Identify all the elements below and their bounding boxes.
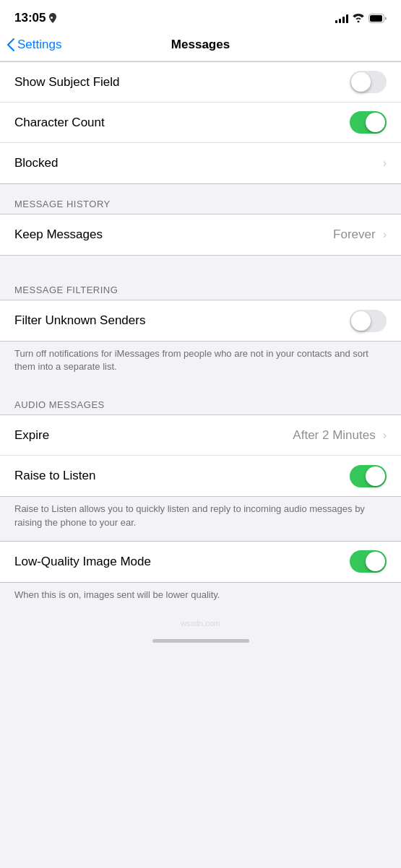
back-button[interactable]: Settings — [7, 38, 61, 52]
audio-messages-header: AUDIO MESSAGES — [0, 385, 401, 415]
location-icon — [48, 13, 57, 23]
table-group-main: Show Subject Field Character Count Block… — [0, 61, 401, 184]
table-row: Raise to Listen — [0, 456, 401, 496]
chevron-right-icon: › — [383, 429, 387, 442]
low-quality-image-mode-label: Low-Quality Image Mode — [14, 555, 350, 569]
message-filtering-footer: Turn off notifications for iMessages fro… — [0, 342, 401, 385]
toggle-knob — [351, 72, 371, 92]
blocked-label: Blocked — [14, 156, 380, 170]
keep-messages-right: Forever › — [333, 227, 387, 242]
expire-right: After 2 Minutes › — [293, 428, 387, 443]
toggle-knob — [366, 552, 385, 571]
chevron-right-icon: › — [383, 157, 387, 170]
status-bar: 13:05 — [0, 0, 401, 32]
section-audio-messages: AUDIO MESSAGES Expire After 2 Minutes › … — [0, 385, 401, 540]
table-row[interactable]: Keep Messages Forever › — [0, 214, 401, 255]
expire-value: After 2 Minutes — [293, 428, 375, 443]
character-count-toggle[interactable] — [350, 111, 387, 134]
nav-bar: Settings Messages — [0, 32, 401, 61]
keep-messages-label: Keep Messages — [14, 227, 333, 242]
table-row: Filter Unknown Senders — [0, 300, 401, 341]
keep-messages-value: Forever — [333, 227, 376, 242]
low-quality-image-mode-toggle[interactable] — [350, 550, 387, 573]
section-image-quality: Low-Quality Image Mode When this is on, … — [0, 541, 401, 613]
signal-bars-icon — [335, 13, 348, 23]
raise-to-listen-label: Raise to Listen — [14, 469, 350, 483]
table-row: Show Subject Field — [0, 62, 401, 103]
character-count-label: Character Count — [14, 116, 350, 130]
table-group-history: Keep Messages Forever › — [0, 214, 401, 256]
home-indicator — [0, 633, 401, 651]
watermark: wsxdn.com — [0, 613, 401, 633]
table-group-filtering: Filter Unknown Senders — [0, 300, 401, 342]
show-subject-field-toggle[interactable] — [350, 71, 387, 93]
table-group-image-quality: Low-Quality Image Mode — [0, 541, 401, 583]
wifi-icon — [353, 14, 364, 22]
table-row: Character Count — [0, 103, 401, 143]
audio-messages-footer: Raise to Listen allows you to quickly li… — [0, 497, 401, 540]
show-subject-field-label: Show Subject Field — [14, 75, 350, 90]
status-icons — [335, 13, 387, 23]
battery-icon — [368, 14, 387, 23]
toggle-knob — [366, 113, 385, 132]
section-message-filtering: MESSAGE FILTERING Filter Unknown Senders… — [0, 270, 401, 385]
svg-rect-1 — [370, 15, 382, 22]
blocked-right: › — [380, 157, 387, 170]
home-bar — [152, 639, 249, 643]
image-quality-footer: When this is on, images sent will be low… — [0, 583, 401, 613]
toggle-knob — [351, 311, 371, 331]
chevron-left-icon — [7, 38, 14, 51]
raise-to-listen-toggle[interactable] — [350, 465, 387, 487]
gap-section — [0, 256, 401, 270]
filter-unknown-senders-toggle[interactable] — [350, 310, 387, 332]
message-filtering-header: MESSAGE FILTERING — [0, 270, 401, 300]
section-main-settings: Show Subject Field Character Count Block… — [0, 61, 401, 184]
section-message-history: MESSAGE HISTORY Keep Messages Forever › — [0, 184, 401, 256]
expire-label: Expire — [14, 428, 293, 443]
table-row: Low-Quality Image Mode — [0, 542, 401, 582]
page-title: Messages — [171, 38, 230, 52]
message-history-header: MESSAGE HISTORY — [0, 184, 401, 214]
table-group-audio: Expire After 2 Minutes › Raise to Listen — [0, 415, 401, 497]
back-label: Settings — [17, 38, 61, 52]
status-time: 13:05 — [14, 11, 46, 25]
toggle-knob — [366, 466, 385, 486]
table-row[interactable]: Expire After 2 Minutes › — [0, 415, 401, 456]
table-row[interactable]: Blocked › — [0, 143, 401, 183]
filter-unknown-senders-label: Filter Unknown Senders — [14, 313, 350, 328]
chevron-right-icon: › — [383, 228, 387, 241]
